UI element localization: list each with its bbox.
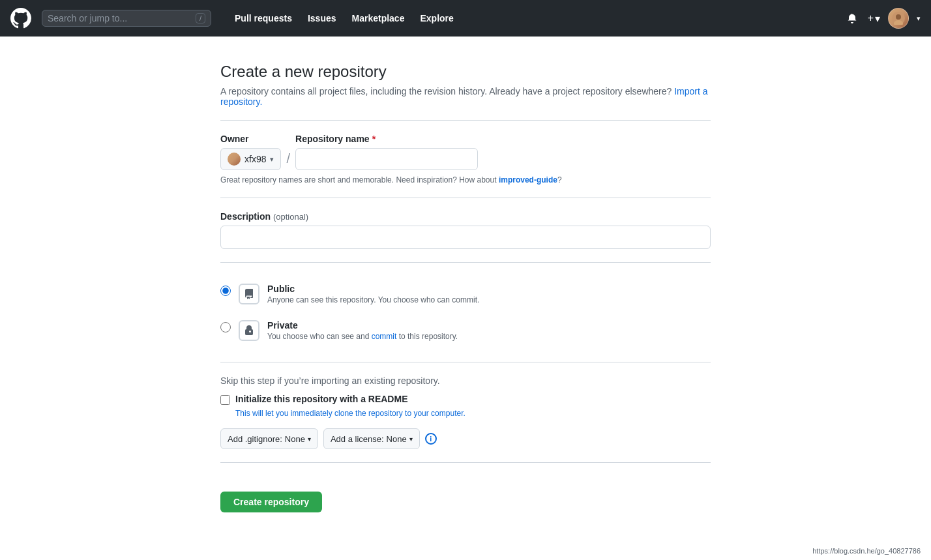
skip-text: Skip this step if you’re importing an ex… [220, 376, 711, 386]
divider-2 [220, 198, 711, 198]
search-shortcut: / [196, 13, 205, 23]
public-radio[interactable] [220, 286, 231, 296]
private-description: You choose who can see and commit to thi… [267, 332, 711, 341]
github-logo-icon[interactable] [10, 8, 31, 29]
private-radio[interactable] [220, 322, 231, 332]
owner-label: Owner [220, 134, 281, 144]
page: Create a new repository A repository con… [0, 37, 931, 554]
divider-5 [220, 462, 711, 463]
nav-marketplace[interactable]: Marketplace [344, 13, 413, 23]
new-button[interactable]: + ▾ [868, 12, 880, 25]
create-repository-button[interactable]: Create repository [220, 492, 322, 512]
readme-checkbox[interactable] [220, 395, 230, 405]
repo-name-hint: Great repository names are short and mem… [220, 175, 711, 184]
search-input[interactable] [48, 13, 190, 23]
gitignore-value: None [285, 434, 305, 444]
description-optional: (optional) [273, 212, 308, 222]
nav-pull-requests[interactable]: Pull requests [227, 13, 300, 23]
init-section: Skip this step if you’re importing an ex… [220, 376, 711, 449]
subtitle-text: A repository contains all project files,… [220, 86, 672, 96]
slash-separator: / [286, 151, 290, 166]
subtitle: A repository contains all project files,… [220, 86, 711, 107]
plus-icon: + [868, 12, 874, 24]
readme-row: Initialize this repository with a README [220, 394, 711, 405]
owner-chevron-icon: ▾ [270, 155, 274, 164]
license-value: None [387, 434, 407, 444]
gitignore-dropdown[interactable]: Add .gitignore: None ▾ [220, 428, 318, 449]
owner-repo-row: Owner xfx98 ▾ / Repository name* [220, 134, 711, 170]
hint-suggestion-link[interactable]: improved-guide [499, 175, 557, 184]
visibility-section: Public Anyone can see this repository. Y… [220, 276, 711, 349]
hint-suffix: ? [557, 175, 562, 184]
license-label: Add a license: [331, 434, 384, 444]
owner-avatar [228, 153, 241, 166]
public-description: Anyone can see this repository. You choo… [267, 295, 711, 304]
repo-name-input[interactable] [295, 148, 478, 170]
divider-4 [220, 362, 711, 362]
plus-chevron: ▾ [875, 12, 880, 25]
license-chevron-icon: ▾ [409, 435, 413, 443]
private-icon [239, 320, 259, 341]
user-avatar-button[interactable] [888, 8, 909, 29]
license-dropdown[interactable]: Add a license: None ▾ [323, 428, 420, 449]
description-label: Description (optional) [220, 211, 711, 222]
gitignore-license-row: Add .gitignore: None ▾ Add a license: No… [220, 428, 711, 449]
public-option: Public Anyone can see this repository. Y… [220, 276, 711, 312]
commit-link[interactable]: commit [372, 332, 397, 341]
navbar: / Pull requests Issues Marketplace Explo… [0, 0, 931, 37]
page-title: Create a new repository [220, 63, 711, 81]
public-content: Public Anyone can see this repository. Y… [267, 284, 711, 304]
notifications-button[interactable] [844, 10, 860, 26]
description-group: Description (optional) [220, 211, 711, 249]
private-option: Private You choose who can see and commi… [220, 312, 711, 349]
nav-issues[interactable]: Issues [300, 13, 344, 23]
footer-url: https://blog.csdn.he/go_40827786 [812, 547, 921, 554]
info-icon[interactable]: i [425, 433, 437, 445]
hint-prefix: Great repository names are short and mem… [220, 175, 499, 184]
public-title: Public [267, 284, 711, 294]
main-nav: Pull requests Issues Marketplace Explore [227, 13, 462, 23]
owner-select[interactable]: xfx98 ▾ [220, 148, 281, 170]
readme-hint: This will let you immediately clone the … [235, 409, 711, 418]
search-box[interactable]: / [42, 10, 211, 27]
readme-label[interactable]: Initialize this repository with a README [235, 394, 407, 404]
gitignore-chevron-icon: ▾ [308, 435, 311, 443]
description-input[interactable] [220, 226, 711, 249]
nav-explore[interactable]: Explore [412, 13, 461, 23]
private-title: Private [267, 320, 711, 331]
divider-3 [220, 262, 711, 263]
required-marker: * [372, 134, 376, 144]
navbar-right: + ▾ ▾ [844, 8, 921, 29]
svg-point-1 [896, 14, 901, 20]
avatar-chevron: ▾ [917, 14, 921, 23]
repo-name-group: Repository name* [295, 134, 478, 170]
divider-1 [220, 120, 711, 121]
public-icon [239, 284, 259, 304]
owner-group: Owner xfx98 ▾ [220, 134, 281, 170]
main-container: Create a new repository A repository con… [205, 63, 726, 528]
repo-name-label: Repository name* [295, 134, 478, 144]
private-content: Private You choose who can see and commi… [267, 320, 711, 341]
owner-name: xfx98 [244, 154, 266, 164]
gitignore-label: Add .gitignore: [228, 434, 282, 444]
